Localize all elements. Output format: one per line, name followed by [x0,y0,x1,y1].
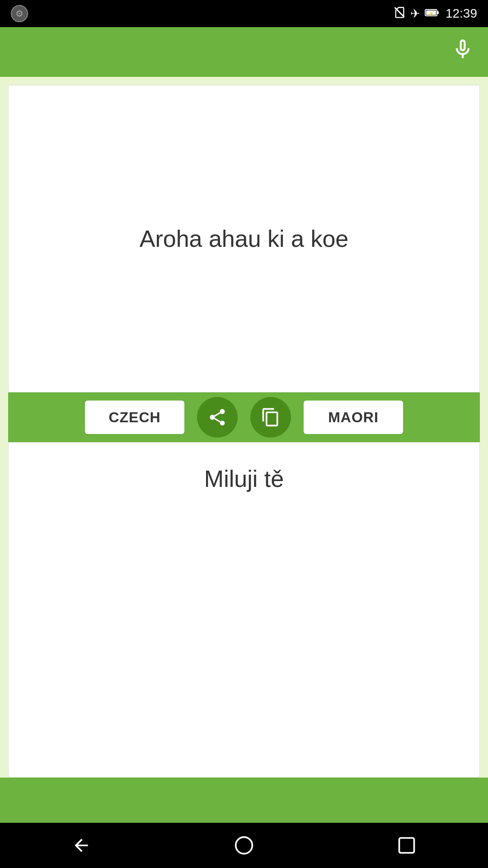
source-language-button[interactable]: CZECH [85,401,184,434]
main-area: Aroha ahau ki a koe CZECH MAORI Miluji t… [0,77,488,778]
svg-rect-3 [437,11,439,14]
back-button[interactable] [63,827,99,863]
airplane-icon: ✈ [410,7,420,21]
copy-button[interactable] [250,397,291,438]
battery-icon: ⚡ [425,9,439,19]
nav-bar [0,823,488,868]
svg-text:⚡: ⚡ [428,10,434,16]
no-sim-icon [393,6,406,21]
recent-button[interactable] [389,827,425,863]
status-left: ⚙ [11,5,28,22]
toolbar [0,27,488,77]
home-button[interactable] [226,827,262,863]
source-panel[interactable]: Aroha ahau ki a koe [8,85,480,392]
mic-button[interactable] [451,38,474,66]
settings-icon: ⚙ [11,5,28,22]
source-text: Aroha ahau ki a koe [140,225,349,252]
language-bar: CZECH MAORI [8,392,480,442]
svg-rect-6 [399,838,414,853]
status-bar: ⚙ ✈ ⚡ 12:39 [0,0,488,27]
svg-point-5 [236,837,253,854]
bottom-green-bar [0,778,488,823]
share-button[interactable] [197,397,238,438]
target-language-button[interactable]: MAORI [304,401,403,434]
status-time: 12:39 [446,6,477,21]
status-right: ✈ ⚡ 12:39 [393,6,477,21]
translated-text: Miluji tě [204,465,284,492]
translated-panel[interactable]: Miluji tě [8,442,480,778]
